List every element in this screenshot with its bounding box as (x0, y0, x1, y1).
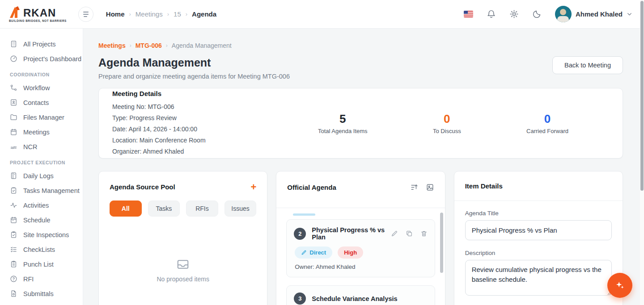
panel-scrollbar[interactable] (440, 213, 443, 273)
breadcrumb-meeting-no-link[interactable]: MTG-006 (136, 42, 162, 49)
sidebar-item-label: Schedule (23, 217, 50, 224)
agenda-item-title: Physical Progress % vs Plan (312, 226, 385, 241)
edit-pencil-icon[interactable] (391, 230, 398, 237)
sidebar-item-schedule[interactable]: Schedule (10, 213, 83, 227)
sidebar-item-all-projects[interactable]: All Projects (10, 37, 83, 51)
breadcrumb-meeting-id[interactable]: 15 (174, 10, 181, 18)
page-breadcrumb: Meetings › MTG-006 › Agenda Management (98, 42, 623, 49)
source-pool-title: Agenda Source Pool (110, 183, 175, 191)
sidebar-item-label: Files Manager (23, 114, 64, 121)
clipboard-task-icon (10, 187, 17, 194)
agenda-item-owner: Owner: Ahmed Khaled (295, 263, 427, 270)
arkan-logo-icon (9, 6, 22, 18)
sidebar-item-label: Tasks Management (23, 187, 80, 194)
official-agenda-list: 2 Physical Progress % vs Plan D (276, 208, 445, 305)
meeting-details-title: Meeting Details (112, 90, 291, 97)
delete-trash-icon[interactable] (420, 230, 428, 237)
sidebar-item-submittals[interactable]: Submittals (10, 286, 83, 301)
sidebar-item-daily-logs[interactable]: Daily Logs (10, 168, 83, 183)
agenda-item-card[interactable]: 3 Schedule Variance Analysis Direct (286, 285, 435, 305)
sidebar-item-projects-dashboard[interactable]: Project's Dashboard (10, 51, 83, 66)
scrollbar-thumb[interactable] (640, 1, 644, 191)
dark-mode-moon-icon[interactable] (532, 9, 542, 19)
empty-state: No proposed items (99, 258, 267, 283)
sidebar-item-rfi[interactable]: RFI (10, 272, 83, 286)
agenda-source-pool-panel: Agenda Source Pool + All Tasks RFIs Issu… (98, 171, 267, 305)
notifications-bell-icon[interactable] (487, 9, 496, 19)
filter-chip-all[interactable]: All (110, 201, 142, 217)
language-flag-icon[interactable] (464, 11, 473, 17)
sidebar-item-workflow[interactable]: Workflow (10, 80, 83, 95)
meeting-type-line: Type: Progress Review (112, 113, 291, 124)
sidebar-item-label: All Projects (23, 41, 56, 48)
copy-icon[interactable] (406, 230, 413, 237)
user-avatar (555, 6, 572, 22)
inbox-icon (176, 258, 190, 271)
breadcrumb-separator: › (186, 11, 187, 17)
folder-icon (10, 113, 17, 121)
meeting-date-line: Date: April 14, 2026 - 14:00:00 (112, 124, 291, 135)
calendar-icon (10, 216, 17, 224)
arkan-logo[interactable]: RKAN BUILDING BRIDGES, NOT BARRIERS (9, 6, 67, 22)
breadcrumb-agenda: Agenda (192, 10, 216, 18)
filter-chip-tasks[interactable]: Tasks (148, 201, 180, 217)
page-scrollbar[interactable] (640, 0, 644, 305)
main-content: Meetings › MTG-006 › Agenda Management A… (83, 29, 644, 305)
user-menu[interactable]: Ahmed Khaled (555, 6, 632, 22)
sidebar-item-label: Site Inspections (23, 231, 69, 238)
official-agenda-title: Official Agenda (287, 184, 336, 191)
filter-chip-issues[interactable]: Issues (225, 201, 257, 217)
sidebar-item-checklists[interactable]: CheckLists (10, 242, 83, 257)
calendar-icon (10, 128, 17, 136)
item-number-badge: 3 (294, 292, 306, 305)
filter-chip-rfis[interactable]: RFIs (186, 201, 218, 217)
sidebar-item-label: Punch List (23, 261, 54, 268)
question-circle-icon (10, 275, 17, 283)
breadcrumb-home[interactable]: Home (106, 10, 125, 18)
sidebar-item-label: Daily Logs (23, 172, 54, 180)
page-title: Agenda Management (98, 56, 290, 69)
top-breadcrumb: Home › Meetings › 15 › Agenda (106, 10, 216, 18)
sidebar-item-label: Submittals (23, 290, 54, 297)
pencil-icon (301, 250, 307, 255)
logo-text: RKAN (23, 8, 56, 18)
meeting-no-line: Meeting No: MTG-006 (112, 101, 291, 113)
sidebar-item-label: Project's Dashboard (23, 55, 81, 63)
sidebar-item-files-manager[interactable]: Files Manager (10, 110, 83, 125)
breadcrumb-current: Agenda Management (172, 42, 232, 49)
sidebar-toggle-button[interactable] (78, 7, 93, 22)
agenda-item-card[interactable]: 2 Physical Progress % vs Plan D (286, 219, 435, 277)
breadcrumb-separator: › (166, 42, 168, 49)
item-details-title: Item Details (465, 182, 503, 190)
ai-assistant-fab[interactable] (607, 273, 632, 298)
sidebar-item-activities[interactable]: Activities (10, 198, 83, 213)
page-subtitle: Prepare and organize meeting agenda item… (98, 73, 290, 80)
sidebar-item-contacts[interactable]: Contacts (10, 95, 83, 110)
official-agenda-panel: Official Agenda (276, 171, 445, 305)
breadcrumb-meetings[interactable]: Meetings (136, 10, 163, 18)
sort-icon[interactable] (410, 183, 419, 192)
stat-carried-forward: 0 Carried Forward (526, 112, 568, 134)
item-details-panel: Item Details Agenda Title Description Re… (454, 171, 623, 305)
pulse-icon (10, 201, 17, 209)
sidebar-item-meetings[interactable]: Meetings (10, 125, 83, 139)
back-to-meeting-button[interactable]: Back to Meeting (552, 56, 623, 74)
add-source-item-button[interactable]: + (250, 184, 256, 191)
logo-tagline: BUILDING BRIDGES, NOT BARRIERS (9, 19, 67, 22)
description-label: Description (465, 250, 612, 256)
sidebar-item-punch-list[interactable]: Punch List (10, 257, 83, 272)
settings-gear-icon[interactable] (509, 9, 519, 19)
export-image-icon[interactable] (426, 183, 434, 192)
meeting-stats: 5 Total Agenda Items 0 To Discuss 0 Carr… (318, 112, 568, 134)
breadcrumb-separator: › (167, 11, 169, 17)
building-icon (10, 40, 17, 48)
list-check-icon (10, 246, 17, 253)
description-textarea[interactable]: Review cumulative physical progress vs t… (465, 260, 612, 296)
agenda-title-input[interactable] (465, 220, 612, 240)
sidebar-item-ncr[interactable]: NCR (10, 139, 83, 154)
sidebar-item-tasks-management[interactable]: Tasks Management (10, 183, 83, 198)
breadcrumb-separator: › (130, 42, 131, 49)
breadcrumb-meetings-link[interactable]: Meetings (98, 42, 126, 49)
sidebar-item-site-inspections[interactable]: Site Inspections (10, 227, 83, 242)
sparkles-icon (615, 280, 625, 290)
